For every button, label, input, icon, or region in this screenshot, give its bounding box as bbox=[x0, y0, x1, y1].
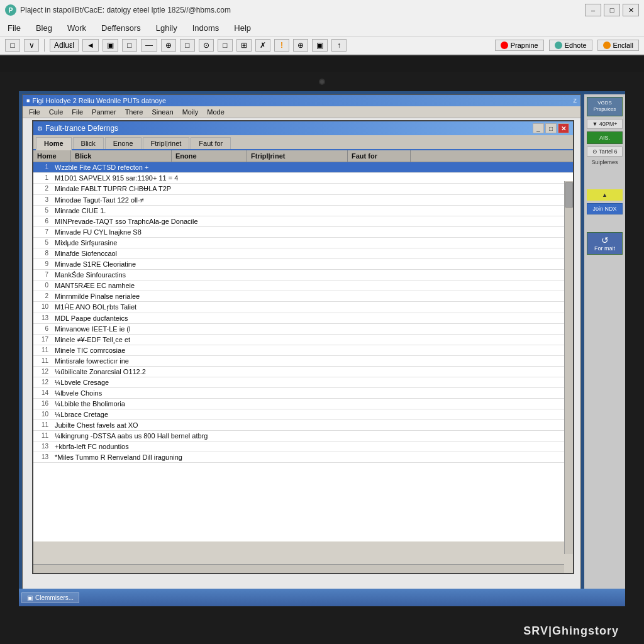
tab-home[interactable]: Home bbox=[36, 137, 72, 150]
app-menu-moily[interactable]: Moily bbox=[179, 108, 203, 116]
app-menu-file2[interactable]: File bbox=[68, 108, 87, 116]
app-menu-panmer[interactable]: Panmer bbox=[88, 108, 120, 116]
table-row[interactable]: 7Minvade FU CYL lnajkne S8 bbox=[33, 227, 573, 238]
row-num: 14 bbox=[33, 389, 52, 397]
dialog-tabs: Home Blick Enone Ftripl|rinet Faut for bbox=[33, 135, 573, 150]
tb-btn-4[interactable]: ▣ bbox=[103, 39, 118, 52]
app-menu-mode[interactable]: Mode bbox=[203, 108, 228, 116]
green-dot-icon bbox=[555, 42, 562, 49]
scrollbar-thumb[interactable] bbox=[565, 182, 573, 208]
table-row[interactable]: 8Minafde Siofenccaol bbox=[33, 248, 573, 259]
table-row[interactable]: 9Minvade S1RE Cleoriatine bbox=[33, 259, 573, 270]
menu-indoms[interactable]: Indoms bbox=[190, 22, 222, 34]
menu-file[interactable]: File bbox=[5, 22, 23, 34]
row-num: 7 bbox=[33, 270, 52, 279]
tab-enone[interactable]: Enone bbox=[105, 137, 142, 149]
table-row[interactable]: 17Minele ≠¥-EDF Tell¸ce et bbox=[33, 335, 573, 345]
join-ndx-btn[interactable]: Join NDX bbox=[587, 203, 623, 214]
tb-btn-16[interactable]: ↑ bbox=[331, 39, 347, 52]
table-row[interactable]: 0MANT5RÆE EC namheie bbox=[33, 280, 573, 291]
menu-work[interactable]: Work bbox=[65, 22, 89, 34]
app-max-icon[interactable]: Z bbox=[574, 97, 577, 104]
table-row[interactable]: 1M1D01 SAPVELX 915 sar:1190+ 11 = 4 bbox=[33, 173, 573, 184]
prapuices-label: Prap­uices bbox=[589, 106, 621, 113]
dialog-min-button[interactable]: _ bbox=[533, 123, 544, 133]
table-row[interactable]: 12¼Lbvele Cresage bbox=[33, 377, 573, 388]
tb-btn-13[interactable]: ! bbox=[274, 39, 289, 52]
table-row[interactable]: 10M1ĤE ANO BOLṛbts Taliet bbox=[33, 302, 573, 313]
tab-blick[interactable]: Blick bbox=[73, 137, 104, 149]
tab-ftripl[interactable]: Ftripl|rinet bbox=[143, 137, 190, 149]
table-row[interactable]: 11Mintisrale fowrecticır ine bbox=[33, 356, 573, 367]
tb-btn-11[interactable]: ⊞ bbox=[236, 39, 252, 52]
app-menu-sinean[interactable]: Sinean bbox=[148, 108, 177, 116]
table-row[interactable]: 13MDL Paape ducfanteics bbox=[33, 313, 573, 324]
tb-btn-0[interactable]: □ bbox=[5, 39, 20, 52]
fault-list[interactable]: 1Wzzble Fite ACTSD refecton +1M1D01 SAPV… bbox=[33, 162, 573, 541]
table-row[interactable]: 11Jubilte Chest favels aat XO bbox=[33, 420, 573, 431]
table-row[interactable]: 5Minrade CIUE 1. bbox=[33, 206, 573, 216]
table-row[interactable]: 11Minele TIC comrcosiae bbox=[33, 345, 573, 356]
table-row[interactable]: 16¼Lbible the Bholimoria bbox=[33, 399, 573, 409]
table-row[interactable]: 14¼lbvele Choins bbox=[33, 388, 573, 399]
col-home: Home bbox=[33, 150, 71, 162]
tab-faut[interactable]: Faut for bbox=[191, 137, 231, 149]
tb-btn-6[interactable]: — bbox=[141, 39, 157, 52]
menu-lghily[interactable]: Lghily bbox=[153, 22, 180, 34]
tb-adluel[interactable]: Adluεl bbox=[50, 39, 79, 52]
maximize-button[interactable]: □ bbox=[604, 4, 620, 16]
dialog-scrollbar[interactable] bbox=[564, 181, 573, 554]
warning-btn[interactable]: ▲ bbox=[587, 189, 623, 201]
table-row[interactable]: 2Mindale FABLT TUPRR CHBɄLA T2P bbox=[33, 184, 573, 195]
table-row[interactable]: 10¼Lbrace Cretage bbox=[33, 409, 573, 420]
table-row[interactable]: 7MankŚde Sinfouractins bbox=[33, 270, 573, 280]
menu-deffensors[interactable]: Deffensors bbox=[99, 22, 143, 34]
tb-btn-14[interactable]: ⊕ bbox=[293, 39, 308, 52]
ais-btn[interactable]: AIS. bbox=[587, 131, 623, 144]
taskbar-item-0[interactable]: ▣ Clemmisers... bbox=[21, 592, 79, 603]
enclall-btn[interactable]: Enclall bbox=[597, 40, 639, 51]
table-row[interactable]: 6Minvanowe IEET-LE ie (l bbox=[33, 324, 573, 335]
for-mait-label: For mait bbox=[589, 245, 621, 252]
row-num: 3 bbox=[33, 196, 52, 204]
red-dot-icon bbox=[501, 42, 508, 49]
ais-label: AIS. bbox=[599, 135, 610, 141]
close-button[interactable]: ✕ bbox=[623, 4, 639, 16]
table-row[interactable]: 1Wzzble Fite ACTSD refecton + bbox=[33, 162, 573, 173]
for-mait-btn[interactable]: ↺ For mait bbox=[587, 232, 623, 255]
table-row[interactable]: 13+kbrfa-left FC noduntios bbox=[33, 441, 573, 452]
tb-btn-7[interactable]: ⊕ bbox=[161, 39, 176, 52]
row-desc: Minodae Tagut-Taut 122 oll-≠ bbox=[52, 196, 573, 204]
tb-btn-12[interactable]: ✗ bbox=[255, 39, 270, 52]
bottom-scrollbar[interactable] bbox=[33, 564, 564, 573]
dialog-max-button[interactable]: □ bbox=[545, 123, 557, 133]
minimize-button[interactable]: – bbox=[585, 4, 601, 16]
tb-btn-5[interactable]: □ bbox=[122, 39, 137, 52]
table-row[interactable]: 6MINPrevade-TAQT sso TraphcAla-ge Donaci… bbox=[33, 216, 573, 227]
menu-help[interactable]: Help bbox=[231, 22, 253, 34]
edhote-btn[interactable]: Edhote bbox=[549, 40, 592, 51]
row-num: 8 bbox=[33, 249, 52, 258]
tb-btn-15[interactable]: ▣ bbox=[312, 39, 328, 52]
tb-btn-9[interactable]: ⊙ bbox=[199, 39, 214, 52]
table-row[interactable]: 2Minrnmilde Pinalse nerialee bbox=[33, 291, 573, 302]
tb-btn-1[interactable]: ∨ bbox=[24, 39, 39, 52]
screen: ■ Figi Holodye 2 Reliu Wednlle PUTs datn… bbox=[19, 91, 625, 606]
app-menu-file[interactable]: File bbox=[25, 108, 44, 116]
row-desc: Minele TIC comrcosiae bbox=[52, 346, 573, 355]
table-row[interactable]: 3Minodae Tagut-Taut 122 oll-≠ bbox=[33, 195, 573, 206]
row-num: 11 bbox=[33, 421, 52, 430]
tb-btn-3[interactable]: ◄ bbox=[82, 39, 99, 52]
app-menu-there[interactable]: There bbox=[121, 108, 147, 116]
table-row[interactable]: 5Mixlμde Sirfşurasine bbox=[33, 238, 573, 248]
prapnine-btn[interactable]: Prapnine bbox=[495, 40, 544, 51]
vgds-btn[interactable]: VGDS Prap­uices bbox=[587, 97, 623, 116]
tb-btn-8[interactable]: □ bbox=[180, 39, 195, 52]
table-row[interactable]: 13*Miles Tummo R Renveland Dill iragunin… bbox=[33, 452, 573, 463]
app-menu-cule[interactable]: Cule bbox=[45, 108, 67, 116]
dialog-close-button[interactable]: ✕ bbox=[558, 123, 569, 133]
table-row[interactable]: 12¼űbilicalte Zonarcsial O112.2 bbox=[33, 367, 573, 377]
tb-btn-10[interactable]: □ bbox=[218, 39, 233, 52]
menu-bleg[interactable]: Bleg bbox=[33, 22, 55, 34]
table-row[interactable]: 11¼lkingrung -DSTSA aabs us 800 Hall ber… bbox=[33, 431, 573, 441]
